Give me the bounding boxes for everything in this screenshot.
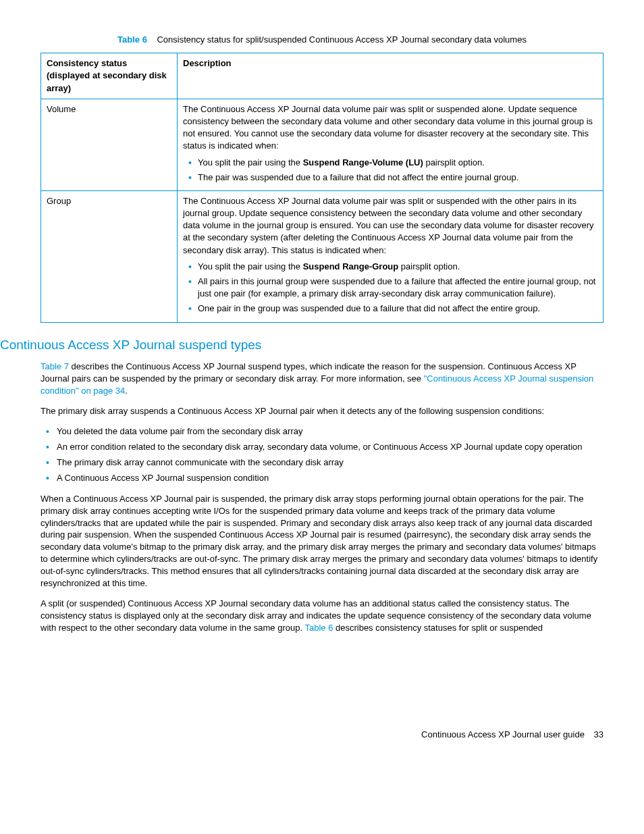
list-item: You split the pair using the Suspend Ran… bbox=[198, 261, 597, 273]
paragraph: A split (or suspended) Continuous Access… bbox=[41, 598, 603, 634]
desc-bullets: You split the pair using the Suspend Ran… bbox=[183, 261, 597, 315]
desc-bullets: You split the pair using the Suspend Ran… bbox=[183, 157, 597, 184]
paragraph: The primary disk array suspends a Contin… bbox=[41, 405, 603, 417]
paragraph: When a Continuous Access XP Journal pair… bbox=[41, 493, 603, 590]
cell-description: The Continuous Access XP Journal data vo… bbox=[178, 99, 603, 190]
table-header-description: Description bbox=[178, 53, 603, 99]
table-header-status: Consistency status (displayed at seconda… bbox=[41, 53, 178, 99]
list-item: All pairs in this journal group were sus… bbox=[198, 276, 597, 300]
table-caption: Table 6 Consistency status for split/sus… bbox=[41, 34, 603, 46]
paragraph: Table 7 describes the Continuous Access … bbox=[41, 361, 603, 397]
list-item: The primary disk array cannot communicat… bbox=[54, 457, 603, 469]
cell-status: Volume bbox=[41, 99, 178, 190]
table-6-link[interactable]: Table 6 bbox=[304, 623, 333, 633]
list-item: One pair in the group was suspended due … bbox=[198, 303, 597, 315]
desc-intro: The Continuous Access XP Journal data vo… bbox=[183, 195, 597, 257]
list-item: The pair was suspended due to a failure … bbox=[198, 172, 597, 184]
list-item: You deleted the data volume pair from th… bbox=[54, 425, 603, 438]
list-item: An error condition related to the second… bbox=[54, 441, 603, 453]
cell-status: Group bbox=[41, 190, 178, 322]
page-number: 33 bbox=[594, 729, 603, 739]
section-heading: Continuous Access XP Journal suspend typ… bbox=[0, 336, 603, 355]
desc-intro: The Continuous Access XP Journal data vo… bbox=[183, 103, 597, 153]
list-item: A Continuous Access XP Journal suspensio… bbox=[54, 472, 603, 484]
table-row: Group The Continuous Access XP Journal d… bbox=[41, 190, 603, 322]
table-label: Table 6 bbox=[117, 34, 147, 45]
page-footer: Continuous Access XP Journal user guide … bbox=[41, 729, 603, 741]
footer-title: Continuous Access XP Journal user guide bbox=[421, 729, 585, 739]
table-row: Volume The Continuous Access XP Journal … bbox=[41, 99, 603, 190]
table-caption-text: Consistency status for split/suspended C… bbox=[157, 34, 527, 45]
consistency-table: Consistency status (displayed at seconda… bbox=[41, 53, 603, 322]
suspension-conditions-list: You deleted the data volume pair from th… bbox=[41, 425, 603, 485]
list-item: You split the pair using the Suspend Ran… bbox=[198, 157, 597, 169]
cell-description: The Continuous Access XP Journal data vo… bbox=[178, 190, 603, 322]
table-7-link[interactable]: Table 7 bbox=[41, 361, 69, 371]
